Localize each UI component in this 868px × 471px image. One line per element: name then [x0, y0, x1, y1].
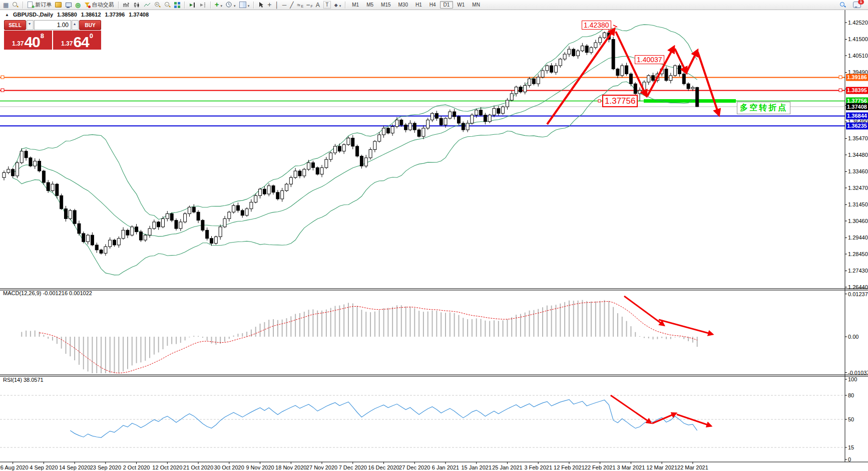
ohlc-high: 1.38612	[81, 12, 101, 18]
toolbar-separator	[345, 2, 345, 9]
svg-text:1.30460: 1.30460	[848, 218, 868, 224]
indicators-button[interactable]	[214, 1, 223, 9]
chevron-down-icon	[234, 2, 236, 8]
annotation-peak-price[interactable]: 1.42380	[582, 21, 611, 30]
volume-decrease-button[interactable]	[27, 20, 34, 30]
one-click-prices: 1.37408 1.37640	[4, 31, 101, 50]
templates-button[interactable]	[238, 1, 251, 9]
svg-text:15: 15	[848, 444, 854, 450]
svg-text:1.33460: 1.33460	[848, 168, 868, 174]
autotrade-button[interactable]: 自动交易	[83, 1, 115, 9]
svg-text:7 Dec 2020: 7 Dec 2020	[339, 464, 367, 470]
sell-price-panel[interactable]: 1.37408	[4, 31, 52, 50]
collapse-arrow-icon[interactable]: ▲	[5, 13, 9, 17]
buy-button[interactable]: BUY	[79, 20, 101, 30]
trendline-icon	[290, 2, 293, 9]
fibonacci-tool-button[interactable]	[305, 1, 313, 9]
periods-button[interactable]	[225, 1, 237, 9]
svg-text:15 Jan 2021: 15 Jan 2021	[461, 464, 492, 470]
sell-price-prefix: 1.37	[12, 40, 24, 47]
symbol-name: GBPUSD-,Daily	[13, 12, 53, 18]
magnifier-icon	[12, 2, 19, 8]
autotrade-label: 自动交易	[92, 1, 114, 9]
toolbar-separator	[184, 2, 185, 9]
expert-advisors-icon[interactable]	[54, 1, 63, 9]
svg-text:22 Mar 2021: 22 Mar 2021	[677, 464, 708, 470]
candlestick-type-button[interactable]	[132, 1, 141, 9]
trendline-tool-button[interactable]	[289, 1, 294, 9]
svg-text:9 Nov 2020: 9 Nov 2020	[246, 464, 274, 470]
timeframe-mn[interactable]: MN	[469, 1, 484, 9]
crosshair-tool-button[interactable]	[266, 1, 272, 9]
auto-scroll-button[interactable]	[188, 1, 197, 9]
svg-text:4 Sep 2020: 4 Sep 2020	[30, 464, 58, 470]
notifications-button[interactable]: 1	[852, 1, 862, 9]
svg-text:100: 100	[848, 376, 857, 382]
annotation-turning-point[interactable]: 多空转折点	[737, 102, 790, 114]
chart-canvas[interactable]: 1.425201.415001.405101.394901.384801.374…	[0, 10, 868, 471]
macd-indicator-label: MACD(12,26,9) -0.001216 0.001022	[3, 290, 92, 296]
zoom-in-button[interactable]: +	[153, 1, 162, 9]
timeframe-m30[interactable]: M30	[395, 1, 411, 9]
sell-button[interactable]: SELL	[4, 20, 26, 30]
rsi-layer	[0, 395, 845, 447]
timeframe-h1[interactable]: H1	[412, 1, 425, 9]
svg-text:1.32470: 1.32470	[848, 185, 868, 191]
zoom-out-button[interactable]: -	[163, 1, 172, 9]
bollinger-bands-layer	[13, 25, 697, 275]
charts-window-icon[interactable]	[2, 1, 10, 9]
svg-text:1.35470: 1.35470	[848, 135, 868, 141]
vertical-line-tool-button[interactable]	[274, 1, 280, 9]
toolbar-right-group: 1	[838, 1, 862, 9]
text-label-tool-button[interactable]	[322, 1, 332, 9]
chevron-down-icon	[248, 2, 250, 8]
sell-price-pip: 8	[41, 32, 44, 40]
volume-increase-button[interactable]	[72, 20, 79, 30]
crosshair-icon	[267, 2, 271, 9]
svg-text:18 Nov 2020: 18 Nov 2020	[275, 464, 306, 470]
timeframe-m1[interactable]: M1	[348, 1, 362, 9]
timeframe-m15[interactable]: M15	[377, 1, 394, 9]
chart-shift-button[interactable]	[198, 1, 207, 9]
timeframe-w1[interactable]: W1	[454, 1, 468, 9]
buy-price-main: 64	[73, 35, 89, 49]
timeframe-d1[interactable]: D1	[440, 1, 454, 9]
horizontal-line-icon	[282, 2, 287, 9]
ohlc-close: 1.37408	[129, 12, 149, 18]
timeframe-m5[interactable]: M5	[363, 1, 377, 9]
monitor-icon	[65, 2, 72, 8]
signals-icon[interactable]	[74, 1, 81, 9]
macd-layer	[22, 300, 697, 373]
bar-chart-type-button[interactable]	[122, 1, 131, 9]
annotation-support-price[interactable]: 1.37756	[602, 95, 638, 107]
cursor-tool-button[interactable]	[257, 1, 265, 9]
svg-text:1.41500: 1.41500	[848, 36, 868, 42]
svg-text:12 Feb 2021: 12 Feb 2021	[554, 464, 585, 470]
svg-text:1.27430: 1.27430	[848, 268, 868, 274]
svg-text:0.00: 0.00	[848, 334, 858, 340]
publisher-icon[interactable]	[64, 1, 73, 9]
shapes-button[interactable]	[333, 1, 342, 9]
svg-text:25 Jan 2021: 25 Jan 2021	[492, 464, 523, 470]
template-icon	[239, 2, 246, 8]
volume-input[interactable]	[34, 20, 71, 30]
svg-text:27 Dec 2020: 27 Dec 2020	[399, 464, 430, 470]
svg-text:1.31450: 1.31450	[848, 201, 868, 207]
timeframe-h4[interactable]: H4	[426, 1, 440, 9]
new-order-button[interactable]: 新订单	[26, 1, 53, 9]
tile-windows-button[interactable]	[173, 1, 181, 9]
text-label-icon	[323, 1, 331, 9]
search-button[interactable]	[838, 1, 847, 9]
buy-price-panel[interactable]: 1.37640	[53, 31, 101, 50]
line-chart-type-button[interactable]	[143, 1, 152, 9]
annotation-bounce-price[interactable]: 1.40037	[635, 55, 664, 64]
search-icon	[839, 2, 846, 8]
channel-e-icon	[297, 2, 303, 9]
text-tool-button[interactable]	[315, 1, 321, 9]
horizontal-line-tool-button[interactable]	[281, 1, 288, 9]
one-click-controls: SELL BUY	[4, 20, 101, 30]
chart-preview-icon[interactable]	[11, 1, 20, 9]
equidistant-channel-tool-button[interactable]	[296, 1, 304, 9]
svg-text:1.38395: 1.38395	[847, 87, 867, 93]
svg-text:1.42520: 1.42520	[848, 20, 868, 26]
